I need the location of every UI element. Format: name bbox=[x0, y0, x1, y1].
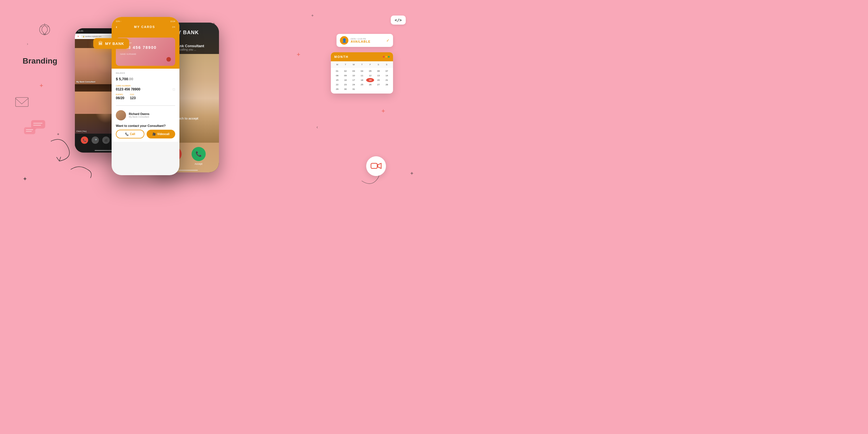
dot-red bbox=[383, 56, 384, 58]
avail-avatar: 👤 bbox=[340, 36, 348, 44]
cal-day[interactable]: 24 bbox=[350, 83, 358, 87]
cal-day[interactable]: 07 bbox=[383, 69, 391, 73]
videocall-circle[interactable] bbox=[366, 156, 386, 176]
card-details: Balance $ 5,700.00 Card number 0123 456 … bbox=[112, 69, 179, 142]
branding-label: Branding bbox=[23, 57, 57, 66]
cal-day[interactable]: 03 bbox=[350, 69, 358, 73]
calendar-days: 01 02 03 04 05 06 07 08 09 10 11 12 13 1… bbox=[331, 68, 393, 94]
cards-top-bar: 31% ↑ 13:24 ‹ MY CARDS 2/4 bbox=[112, 17, 179, 33]
svg-text:›: › bbox=[27, 41, 28, 46]
card-name-label: NAME SURNAME bbox=[120, 53, 171, 55]
bank-icon: 🏛 bbox=[98, 41, 103, 46]
consultant-avatar bbox=[116, 110, 126, 120]
cal-day[interactable]: 10 bbox=[350, 73, 358, 78]
svg-text:‹: ‹ bbox=[316, 125, 318, 129]
mute-btn[interactable]: 🎤 bbox=[92, 136, 99, 144]
cal-day[interactable]: 06 bbox=[374, 69, 382, 73]
cal-day[interactable]: 02 bbox=[341, 69, 349, 73]
cal-day[interactable]: 04 bbox=[358, 69, 366, 73]
call-btn[interactable]: 📞 Call bbox=[116, 130, 144, 138]
screen-title: MY CARDS bbox=[120, 25, 170, 29]
expiry-label: Expiry bbox=[116, 94, 124, 95]
avail-info: DATE / 12:00 PM AVAILABLE bbox=[351, 38, 384, 43]
calendar-widget: MONTH M T W T F S S 01 02 03 04 05 06 07… bbox=[331, 52, 393, 94]
cal-day[interactable]: 29 bbox=[333, 87, 341, 91]
accept-action: 📞 Accept bbox=[192, 147, 206, 165]
contact-question: Want to contact your Consultant? bbox=[116, 124, 175, 127]
cal-day[interactable]: 05 bbox=[366, 69, 374, 73]
balance-label: Balance bbox=[116, 72, 175, 74]
consultant-role: My Bank Consultant bbox=[129, 116, 150, 118]
cal-day[interactable]: 15 bbox=[333, 78, 341, 82]
cal-day[interactable]: 30 bbox=[341, 87, 349, 91]
divider bbox=[116, 105, 175, 106]
cal-day bbox=[383, 87, 391, 91]
cal-day[interactable]: 09 bbox=[341, 73, 349, 78]
cal-day[interactable]: 26 bbox=[366, 83, 374, 87]
cal-day[interactable]: 25 bbox=[358, 83, 366, 87]
videocall-btn[interactable]: 🎥 Videocall bbox=[147, 130, 175, 138]
cal-day-today[interactable]: 19 bbox=[366, 78, 374, 82]
decline-call-btn[interactable]: 📞 bbox=[81, 136, 88, 144]
svg-rect-15 bbox=[16, 97, 28, 106]
consultant-row: Richard Owens My Bank Consultant bbox=[116, 109, 175, 122]
expiry-cvv-row: Expiry 06/20 CVV 123 bbox=[116, 94, 175, 102]
dot-green bbox=[388, 56, 390, 58]
svg-rect-24 bbox=[371, 163, 377, 168]
status-bar-center: 31% ↑ 13:24 bbox=[116, 20, 175, 22]
cal-day[interactable]: 28 bbox=[383, 83, 391, 87]
cal-day[interactable]: 08 bbox=[333, 73, 341, 78]
consultant-video-label: My Bank Consultant bbox=[76, 81, 95, 83]
svg-point-9 bbox=[39, 25, 50, 35]
brand-badge: 🏛 MY BANK bbox=[93, 38, 129, 49]
cards-title-bar: ‹ MY CARDS 2/4 bbox=[116, 25, 175, 29]
consultant-info: Richard Owens My Bank Consultant bbox=[129, 113, 150, 118]
expiry-value: 06/20 bbox=[116, 96, 124, 100]
cal-day bbox=[358, 87, 366, 91]
cal-day[interactable]: 31 bbox=[350, 87, 358, 91]
videocall-icon: 🎥 bbox=[152, 132, 156, 135]
cal-day[interactable]: 27 bbox=[374, 83, 382, 87]
back-btn[interactable]: ‹ bbox=[116, 25, 117, 29]
cal-day[interactable]: 22 bbox=[333, 83, 341, 87]
svg-line-14 bbox=[48, 26, 49, 27]
calendar-header: MONTH bbox=[331, 52, 393, 61]
svg-text:✦: ✦ bbox=[410, 170, 414, 176]
svg-text:✦: ✦ bbox=[23, 176, 27, 182]
action-buttons: 📞 Call 🎥 Videocall bbox=[116, 130, 175, 138]
cal-day[interactable]: 12 bbox=[366, 73, 374, 78]
svg-text:+: + bbox=[39, 82, 43, 89]
cal-day[interactable]: 18 bbox=[358, 78, 366, 82]
video-toggle-btn[interactable]: ⬛ bbox=[102, 136, 110, 144]
calendar-month: MONTH bbox=[334, 55, 348, 59]
cal-day[interactable]: 11 bbox=[358, 73, 366, 78]
svg-text:+: + bbox=[381, 107, 385, 115]
svg-rect-19 bbox=[24, 127, 35, 134]
balance-amount: $ 5,700.00 bbox=[116, 74, 175, 82]
home-indicator-center bbox=[134, 173, 157, 174]
svg-text:✦: ✦ bbox=[57, 132, 60, 136]
available-badge: 👤 DATE / 12:00 PM AVAILABLE ✓ bbox=[337, 34, 393, 47]
card-number-field-label: Card number bbox=[116, 85, 175, 87]
accept-btn[interactable]: 📞 bbox=[192, 147, 206, 161]
cal-day bbox=[366, 87, 374, 91]
card-chip bbox=[166, 57, 171, 62]
cvv-value: 123 bbox=[130, 96, 135, 100]
cal-day[interactable]: 01 bbox=[333, 69, 341, 73]
brand-name: MY BANK bbox=[105, 41, 124, 46]
cal-day[interactable]: 17 bbox=[350, 78, 358, 82]
cal-day[interactable]: 13 bbox=[374, 73, 382, 78]
card-counter: 2/4 bbox=[172, 26, 175, 28]
call-icon: 📞 bbox=[125, 132, 129, 135]
accept-label: Accept bbox=[195, 162, 203, 165]
card-number-field: 0123 456 78900 ⬚ bbox=[116, 87, 175, 91]
cal-day[interactable]: 20 bbox=[374, 78, 382, 82]
calendar-dots bbox=[383, 56, 390, 58]
client-video-label: Client (You) bbox=[76, 130, 87, 132]
cal-day[interactable]: 14 bbox=[383, 73, 391, 78]
cal-day[interactable]: 21 bbox=[383, 78, 391, 82]
cal-day[interactable]: 23 bbox=[341, 83, 349, 87]
cal-day[interactable]: 16 bbox=[341, 78, 349, 82]
consultant-name: Richard Owens bbox=[129, 113, 150, 116]
copy-icon[interactable]: ⬚ bbox=[173, 88, 175, 91]
